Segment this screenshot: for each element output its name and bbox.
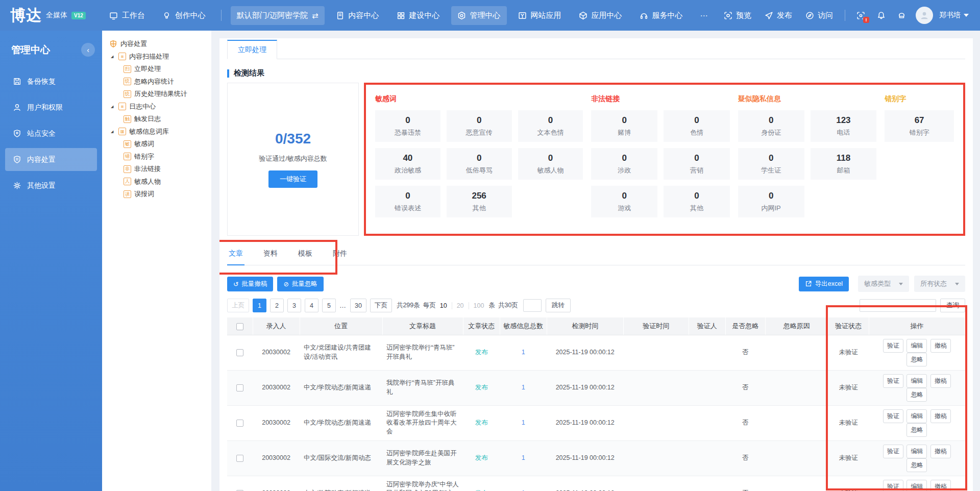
nav-item-more[interactable]: ⋯ <box>694 7 714 24</box>
user-avatar[interactable] <box>916 7 933 24</box>
paper-plane-icon <box>765 11 773 20</box>
tab-templates[interactable]: 模板 <box>298 249 312 265</box>
edit-button[interactable]: 编辑 <box>906 409 927 423</box>
edit-button[interactable]: 编辑 <box>906 374 927 388</box>
edit-button[interactable]: 编辑 <box>906 480 927 491</box>
nav-item-workbench[interactable]: 工作台 <box>103 6 151 25</box>
sidebar-item-site-security[interactable]: 站点安全 <box>5 122 97 145</box>
sensitive-count-link[interactable]: 1 <box>522 454 525 461</box>
stat-cell: 0学生证 <box>738 148 804 180</box>
jump-page-input[interactable] <box>523 299 542 312</box>
nav-item-site-apps[interactable]: 网站应用 <box>512 6 568 25</box>
sensitive-count-link[interactable]: 1 <box>522 419 525 426</box>
withdraw-button[interactable]: 撤稿 <box>930 445 951 458</box>
withdraw-button[interactable]: 撤稿 <box>930 374 951 388</box>
dept-switcher[interactable]: 默认部门/迈阿密学院 ⇄ <box>231 6 325 25</box>
notifications-button[interactable] <box>872 6 890 24</box>
query-button[interactable]: 查询 <box>940 299 965 312</box>
tree-node-ignored-stats[interactable]: 统 忽略内容统计 <box>109 76 209 88</box>
page-button-2[interactable]: 2 <box>270 299 284 312</box>
nav-item-app-center[interactable]: 应用中心 <box>573 6 628 25</box>
tree-node-immediate-processing[interactable]: 扫 立即处理 <box>109 63 209 76</box>
tree-node-trigger-log[interactable]: 触 触发日志 <box>109 113 209 126</box>
sidebar-item-backup-restore[interactable]: 备份恢复 <box>5 70 97 93</box>
nav-item-build-center[interactable]: 建设中心 <box>390 6 446 25</box>
stat-cell: 0其他 <box>664 186 730 217</box>
row-checkbox[interactable] <box>236 455 243 462</box>
tab-articles[interactable]: 文章 <box>229 249 243 265</box>
tree-node-sensitive-words[interactable]: 敏 敏感词 <box>109 138 209 151</box>
user-menu[interactable]: 郑书培 <box>939 11 969 20</box>
stats-panel-annotation-box: 敏感词 0恐暴违禁 0恶意宣传 0文本色情 40政治敏感 0低俗辱骂 0敏感人物… <box>364 83 965 236</box>
page-button-1[interactable]: 1 <box>253 299 266 312</box>
withdraw-button[interactable]: 撤稿 <box>930 480 951 491</box>
row-checkbox[interactable] <box>236 420 243 427</box>
page-size-100[interactable]: 100 <box>469 302 489 309</box>
tab-materials[interactable]: 资料 <box>263 249 278 265</box>
row-checkbox[interactable] <box>236 384 243 391</box>
search-input[interactable] <box>860 299 936 312</box>
row-checkbox[interactable] <box>236 349 243 356</box>
tab-immediate-processing[interactable]: 立即处理 <box>227 40 277 59</box>
batch-withdraw-button[interactable]: ↺ 批量撤稿 <box>227 277 273 291</box>
table-row: 20030002 中文/党团建设/共青团建设/活动资讯 迈阿密学院举行“青马班”… <box>227 335 965 370</box>
tree-node-typos[interactable]: 错 错别字 <box>109 151 209 163</box>
page-size-10[interactable]: 10 <box>439 302 452 309</box>
verify-button[interactable]: 验证 <box>883 480 903 491</box>
sensitive-count-link[interactable]: 1 <box>522 384 525 391</box>
page-size-20[interactable]: 20 <box>452 302 469 309</box>
status-dropdown[interactable]: 所有状态 <box>914 276 965 292</box>
prev-page-button[interactable]: 上页 <box>227 299 249 312</box>
sidebar-collapse-button[interactable]: ‹ <box>81 43 95 57</box>
ignore-button[interactable]: 忽略 <box>906 423 927 437</box>
withdraw-button[interactable]: 撤稿 <box>930 409 951 423</box>
scan-alert-button[interactable]: ! <box>851 6 870 24</box>
tree-node-log-center[interactable]: ◢ ≡ 日志中心 <box>109 101 209 113</box>
detection-results: 0/352 验证通过/敏感内容总数 一键验证 敏感词 0恐暴违禁 0恶意宣传 0… <box>227 83 965 236</box>
next-page-button[interactable]: 下页 <box>370 299 392 312</box>
tree-node-false-positives[interactable]: 误 误报词 <box>109 188 209 201</box>
nav-item-content-center[interactable]: 内容中心 <box>330 6 385 25</box>
column-header-ignore-reason: 忽略原因 <box>765 317 828 335</box>
table-row: 20030002 中文/国际交流/新闻动态 迈阿密学院师生赴美国开展文化游学之旅… <box>227 440 965 476</box>
total-count: 共299条 <box>397 301 420 310</box>
tree-node-sensitive-people[interactable]: 人 敏感人物 <box>109 176 209 188</box>
ignore-button[interactable]: 忽略 <box>906 353 927 366</box>
sidebar-item-users-permissions[interactable]: 用户和权限 <box>5 96 97 119</box>
verify-button[interactable]: 验证 <box>883 374 903 388</box>
sidebar-item-content-dispose[interactable]: 内容处置 <box>5 148 97 171</box>
page-button-4[interactable]: 4 <box>305 299 318 312</box>
sensitive-count-link[interactable]: 1 <box>522 349 525 356</box>
export-excel-button[interactable]: 导出excel <box>799 277 849 291</box>
page-button-3[interactable]: 3 <box>287 299 301 312</box>
verify-button[interactable]: 验证 <box>883 339 903 353</box>
withdraw-button[interactable]: 撤稿 <box>930 339 951 353</box>
tree-node-illegal-links[interactable]: 非 非法链接 <box>109 163 209 176</box>
visit-button[interactable]: 访问 <box>800 7 839 24</box>
jump-button[interactable]: 跳转 <box>546 299 571 312</box>
preview-button[interactable]: 预览 <box>718 7 757 24</box>
one-click-verify-button[interactable]: 一键验证 <box>268 170 317 188</box>
nav-item-manage-center[interactable]: 管理中心 <box>451 6 507 25</box>
edit-button[interactable]: 编辑 <box>906 339 927 353</box>
sidebar-item-other-settings[interactable]: 其他设置 <box>5 174 97 197</box>
select-all-checkbox[interactable] <box>236 323 243 330</box>
ignore-button[interactable]: 忽略 <box>906 388 927 402</box>
publish-button[interactable]: 发布 <box>759 7 798 24</box>
sensitive-type-dropdown[interactable]: 敏感类型 <box>858 276 909 292</box>
tree-node-sensitive-lexicon[interactable]: ◢ ⊞ 敏感信息词库 <box>109 126 209 138</box>
tree-root-content-dispose[interactable]: 内容处置 <box>109 38 209 51</box>
batch-ignore-button[interactable]: ⊘ 批量忽略 <box>277 277 323 291</box>
ignore-button[interactable]: 忽略 <box>906 458 927 472</box>
edit-button[interactable]: 编辑 <box>906 445 927 458</box>
verify-button[interactable]: 验证 <box>883 445 903 458</box>
page-button-30[interactable]: 30 <box>350 299 366 312</box>
tab-attachments[interactable]: 附件 <box>333 249 347 265</box>
nav-item-creation-center[interactable]: 创作中心 <box>156 6 212 25</box>
tree-node-scan-processing[interactable]: ◢ ≡ 内容扫描处理 <box>109 51 209 63</box>
tree-node-history-results[interactable]: 统 历史处理结果统计 <box>109 88 209 101</box>
page-button-5[interactable]: 5 <box>322 299 336 312</box>
verify-button[interactable]: 验证 <box>883 409 903 423</box>
nav-item-service-center[interactable]: 服务中心 <box>633 6 689 25</box>
theme-hat-button[interactable] <box>892 6 911 24</box>
